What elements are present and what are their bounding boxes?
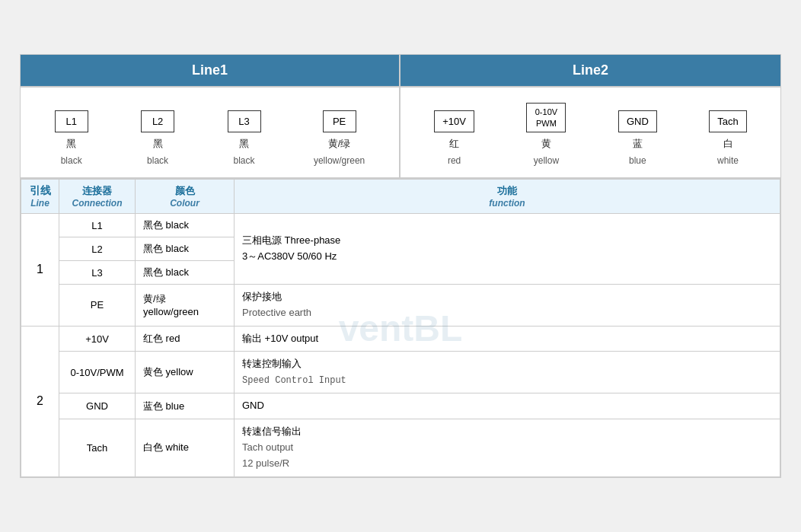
table-row: PE 黄/绿 yellow/green 保护接地 Protective eart… (21, 285, 780, 327)
func-cell-10V: 输出 +10V output (235, 326, 780, 352)
conn-cell-GND: GND (59, 393, 136, 419)
table-row: Tach 白色 white 转速信号输出 Tach output 12 puls… (21, 419, 780, 476)
connector-box-Tach: Tach (709, 110, 746, 132)
connector-box-L1: L1 (55, 110, 88, 132)
connector-L1: L1 黑 black (55, 110, 88, 166)
table-row: 2 +10V 红色 red 输出 +10V output (21, 326, 780, 352)
func-cell-PE: 保护接地 Protective earth (235, 285, 780, 327)
conn-cell-10V: +10V (59, 326, 136, 352)
func-cell-Tach: 转速信号输出 Tach output 12 pulse/R (235, 419, 780, 476)
connector-box-10V: +10V (434, 110, 474, 132)
diagram-row: L1 黑 black L2 黑 black L3 黑 black PE 黄/绿 … (21, 88, 780, 179)
color-cell-L3: 黑色 black (136, 261, 235, 285)
connector-box-GND: GND (618, 110, 657, 132)
header-row: Line1 Line2 (21, 55, 780, 88)
color-cell-GND: 蓝色 blue (136, 393, 235, 419)
color-cell-Tach: 白色 white (136, 419, 235, 476)
color-cell-PE: 黄/绿 yellow/green (136, 285, 235, 327)
header-line1: Line1 (21, 55, 400, 86)
color-cell-L2: 黑色 black (136, 237, 235, 261)
header-line2: Line2 (400, 55, 780, 86)
connector-box-L3: L3 (228, 110, 261, 132)
connector-L2: L2 黑 black (141, 110, 174, 166)
table-row: 1 L1 黑色 black 三相电源 Three-phase 3～AC380V … (21, 214, 780, 237)
table-wrapper: ventBL 引线 Line 连接器 Connection 颜色 Colour (21, 179, 780, 477)
conn-cell-L3: L3 (59, 261, 136, 285)
line2-diagram: +10V 红 red 0-10VPWM 黄 yellow GND 蓝 blue … (400, 88, 780, 177)
th-line: 引线 Line (21, 180, 59, 214)
line1-diagram: L1 黑 black L2 黑 black L3 黑 black PE 黄/绿 … (21, 88, 400, 177)
line-num-1: 1 (21, 214, 59, 327)
th-function: 功能 function (235, 180, 780, 214)
connector-box-L2: L2 (141, 110, 174, 132)
connector-GND: GND 蓝 blue (618, 110, 657, 166)
connector-box-PWM: 0-10VPWM (526, 103, 566, 132)
conn-cell-L2: L2 (59, 237, 136, 261)
func-cell-GND: GND (235, 393, 780, 419)
table-row: 0-10V/PWM 黄色 yellow 转速控制输入 Speed Control… (21, 352, 780, 393)
connector-L3: L3 黑 black (228, 110, 261, 166)
main-table: 引线 Line 连接器 Connection 颜色 Colour 功能 func… (21, 179, 780, 477)
connector-PWM: 0-10VPWM 黄 yellow (526, 103, 566, 166)
main-container: Line1 Line2 L1 黑 black L2 黑 black L3 黑 b… (20, 54, 781, 477)
table-header-row: 引线 Line 连接器 Connection 颜色 Colour 功能 func… (21, 180, 780, 214)
conn-cell-0-10V-PWM: 0-10V/PWM (59, 352, 136, 393)
color-cell-0-10V-PWM: 黄色 yellow (136, 352, 235, 393)
th-connection: 连接器 Connection (59, 180, 136, 214)
connector-10V: +10V 红 red (434, 110, 474, 166)
line2-title: Line2 (573, 62, 608, 78)
connector-box-PE: PE (323, 110, 356, 132)
color-cell-10V: 红色 red (136, 326, 235, 352)
func-cell-line1-main: 三相电源 Three-phase 3～AC380V 50/60 Hz (235, 214, 780, 285)
table-row: GND 蓝色 blue GND (21, 393, 780, 419)
conn-cell-Tach: Tach (59, 419, 136, 476)
func-cell-0-10V-PWM: 转速控制输入 Speed Control Input (235, 352, 780, 393)
conn-cell-L1: L1 (59, 214, 136, 237)
connector-Tach: Tach 白 white (709, 110, 746, 166)
connector-PE: PE 黄/绿 yellow/green (314, 110, 365, 166)
conn-cell-PE: PE (59, 285, 136, 327)
line-num-2: 2 (21, 326, 59, 476)
color-cell-L1: 黑色 black (136, 214, 235, 237)
line1-title: Line1 (192, 62, 228, 78)
th-colour: 颜色 Colour (136, 180, 235, 214)
